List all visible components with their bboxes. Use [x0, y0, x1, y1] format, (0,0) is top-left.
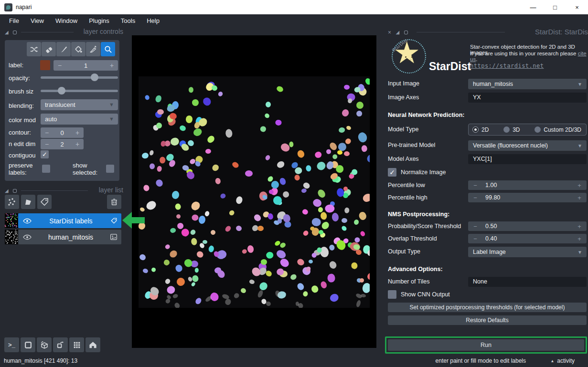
color-mode-dropdown[interactable]: auto ▼ — [41, 114, 118, 125]
model-axes-field[interactable]: YXC[1] — [468, 154, 587, 164]
segmented-nucleus — [181, 228, 190, 238]
pretrained-model-label: Pre-trained Model — [388, 142, 435, 148]
segmented-nucleus — [203, 240, 207, 244]
grid-icon — [73, 341, 81, 349]
normalize-image-checkbox[interactable]: ✓ Normalize Image — [388, 168, 446, 177]
menu-view[interactable]: View — [25, 16, 49, 26]
new-shapes-layer-button[interactable] — [21, 195, 35, 209]
decrement-icon[interactable]: − — [468, 194, 482, 201]
hide-dock-icon[interactable]: ◢ — [396, 30, 399, 35]
menu-tools[interactable]: Tools — [116, 16, 140, 26]
contiguous-checkbox[interactable]: ✓ — [41, 150, 49, 158]
label-spinbox[interactable]: − 1 + — [53, 60, 118, 71]
menu-file[interactable]: File — [4, 16, 24, 26]
layer-row-human-mitosis[interactable]: human_mitosis — [18, 230, 121, 244]
ndisplay-toggle-button[interactable] — [21, 337, 35, 352]
set-optimized-thresholds-button[interactable]: Set optimized postprocessing thresholds … — [388, 303, 587, 312]
image-axes-field[interactable]: YX — [468, 93, 587, 103]
num-tiles-field[interactable]: None — [468, 277, 587, 287]
delete-layer-button[interactable] — [107, 195, 121, 209]
menu-plugins[interactable]: Plugins — [84, 16, 115, 26]
show-selected-checkbox[interactable] — [106, 165, 114, 173]
section-nms: NMS Postprocessing: — [388, 211, 449, 218]
visibility-eye-icon[interactable] — [23, 218, 32, 224]
preserve-labels-checkbox[interactable] — [42, 165, 50, 173]
roll-dimensions-button[interactable] — [37, 337, 52, 352]
menu-window[interactable]: Window — [50, 16, 83, 26]
segmented-nucleus — [258, 281, 269, 292]
maximize-button[interactable]: □ — [544, 0, 566, 14]
radio-option-3d[interactable]: 3D — [503, 126, 520, 133]
increment-icon[interactable]: + — [572, 235, 587, 242]
home-reset-view-button[interactable] — [86, 337, 100, 352]
float-dock-icon[interactable] — [13, 31, 17, 34]
activity-toggle[interactable]: ▲ activity — [550, 357, 575, 364]
decrement-icon[interactable]: − — [468, 223, 482, 230]
increment-icon[interactable]: + — [572, 182, 587, 189]
contour-spinbox[interactable]: − 0 + — [41, 127, 84, 138]
slider-track[interactable] — [41, 76, 118, 79]
layer-list-title: layer list — [99, 186, 123, 194]
slider-track[interactable] — [41, 90, 118, 92]
overlap-threshold-spinbox[interactable]: − 0.40 + — [468, 234, 587, 243]
run-button[interactable]: Run — [388, 339, 584, 351]
increment-icon[interactable]: + — [71, 140, 84, 148]
close-dock-icon[interactable]: × — [388, 30, 391, 35]
transpose-dimensions-button[interactable] — [53, 337, 68, 352]
new-labels-layer-button[interactable] — [37, 195, 52, 209]
percentile-high-value: 99.80 — [482, 194, 572, 201]
paintbrush-button[interactable] — [56, 42, 71, 56]
console-button[interactable]: >_ — [4, 337, 19, 352]
new-points-layer-button[interactable] — [5, 195, 19, 209]
brush-size-slider[interactable] — [41, 86, 118, 95]
minimize-button[interactable]: — — [522, 0, 544, 14]
opacity-slider[interactable] — [41, 73, 118, 82]
visibility-eye-icon[interactable] — [23, 234, 32, 241]
percentile-high-spinbox[interactable]: − 99.80 + — [468, 193, 587, 202]
percentile-low-spinbox[interactable]: − 1.00 + — [468, 180, 587, 190]
viewer-canvas[interactable] — [132, 35, 376, 348]
increment-icon[interactable]: + — [106, 62, 118, 69]
layer-row-stardist-labels[interactable]: StarDist labels — [18, 213, 121, 228]
decrement-icon[interactable]: − — [468, 182, 482, 189]
decrement-icon[interactable]: − — [53, 62, 66, 69]
float-dock-icon[interactable] — [404, 31, 408, 34]
grid-view-button[interactable] — [69, 337, 84, 352]
increment-icon[interactable]: + — [572, 194, 587, 201]
radio-option-custom[interactable]: Custom 2D/3D — [535, 126, 581, 133]
annotation-arrow — [122, 212, 145, 229]
segmented-nucleus — [346, 125, 352, 130]
zoom-button[interactable] — [101, 42, 115, 56]
decrement-icon[interactable]: − — [468, 235, 482, 242]
prob-threshold-spinbox[interactable]: − 0.50 + — [468, 221, 587, 231]
segmented-nucleus — [142, 268, 149, 273]
color-picker-button[interactable] — [86, 42, 100, 56]
menu-help[interactable]: Help — [141, 16, 165, 26]
shuffle-colors-button[interactable] — [27, 42, 41, 56]
model-type-label: Model Type — [388, 126, 418, 133]
segmented-nucleus — [266, 301, 272, 307]
show-cnn-checkbox[interactable]: Show CNN Output — [388, 290, 450, 299]
increment-icon[interactable]: + — [71, 129, 84, 136]
pretrained-model-dropdown[interactable]: Versatile (fluorescent nuclei) ▼ — [468, 140, 587, 151]
blending-dropdown[interactable]: translucent ▼ — [41, 99, 118, 110]
segmented-nucleus — [353, 219, 360, 225]
close-button[interactable]: × — [566, 0, 588, 14]
increment-icon[interactable]: + — [572, 223, 587, 230]
n-edit-dim-spinbox[interactable]: − 2 + — [41, 139, 84, 149]
stardist-url-link[interactable]: https://stardist.net — [470, 63, 544, 69]
eraser-button[interactable] — [42, 42, 56, 56]
fill-bucket-button[interactable] — [71, 42, 86, 56]
label-color-swatch[interactable] — [40, 60, 50, 70]
decrement-icon[interactable]: − — [41, 140, 53, 148]
decrement-icon[interactable]: − — [41, 129, 53, 136]
hide-dock-icon[interactable]: ◢ — [5, 30, 9, 35]
float-dock-icon[interactable] — [13, 189, 17, 193]
slider-handle[interactable] — [91, 73, 98, 81]
input-image-dropdown[interactable]: human_mitosis ▼ — [468, 79, 587, 89]
radio-option-2d[interactable]: 2D — [472, 126, 489, 133]
hide-dock-icon[interactable]: ◢ — [5, 189, 9, 193]
restore-defaults-button[interactable]: Restore Defaults — [388, 315, 587, 325]
slider-handle[interactable] — [58, 87, 65, 94]
output-type-dropdown[interactable]: Label Image ▼ — [468, 247, 587, 257]
